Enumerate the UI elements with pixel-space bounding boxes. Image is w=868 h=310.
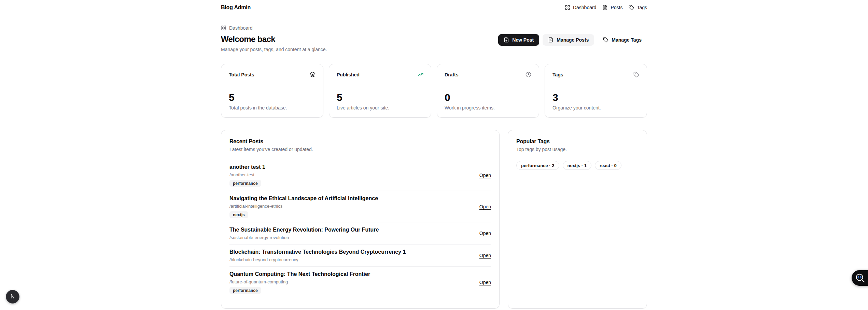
open-post-link[interactable]: Open [479,253,491,258]
layout-grid-icon [565,5,570,10]
nav-dashboard-label: Dashboard [573,5,597,10]
main-grid: Recent Posts Latest items you've created… [221,130,647,309]
hero-section: Dashboard Welcome back Manage your posts… [221,15,647,52]
tag-icon [629,5,634,10]
clock-icon [526,72,531,77]
scan-toolbar-button[interactable] [852,270,868,286]
post-slug: /future-of-quantum-computing [229,279,370,285]
nav-tags[interactable]: Tags [629,5,647,10]
post-title: Blockchain: Transformative Technologies … [229,248,406,256]
tag-icon [633,72,639,77]
post-slug: /another-test [229,172,265,178]
file-text-icon [548,37,554,43]
file-text-icon [602,5,608,10]
post-row: another test 1 /another-test performance… [229,160,491,191]
stat-card-tags: Tags 3 Organize your content. [545,64,647,118]
breadcrumb: Dashboard [221,25,327,31]
popular-tags-subtitle: Top tags by post usage. [516,147,639,152]
tag-count-badge: performance · 2 [516,161,559,170]
avatar-letter: N [11,293,15,300]
top-nav: Dashboard Posts Tags [565,5,647,10]
top-header: Blog Admin Dashboard Posts Tags [0,0,868,15]
nav-posts[interactable]: Posts [602,5,622,10]
recent-posts-panel: Recent Posts Latest items you've created… [221,130,500,309]
page-title: Welcome back [221,34,327,44]
stat-label: Total Posts [229,72,254,77]
popular-tags-list: performance · 2 nextjs · 1 react · 0 [516,161,639,170]
manage-tags-label: Manage Tags [612,37,642,43]
post-slug: /blockchain-beyond-cryptocurrency [229,257,406,263]
post-list: another test 1 /another-test performance… [229,160,491,298]
layers-icon [310,72,316,77]
stat-description: Live articles on your site. [337,105,423,110]
layout-grid-icon [221,25,226,31]
stats-grid: Total Posts 5 Total posts in the databas… [221,64,647,118]
nav-posts-label: Posts [611,5,622,10]
popular-tags-panel: Popular Tags Top tags by post usage. per… [508,130,647,309]
nextjs-devtools-button[interactable]: N [6,290,19,304]
post-row: Navigating the Ethical Landscape of Arti… [229,191,491,222]
new-post-label: New Post [512,37,534,43]
stat-value: 0 [445,92,531,103]
stat-value: 3 [552,92,639,103]
dashboard-page: Dashboard Welcome back Manage your posts… [221,15,647,309]
post-title: another test 1 [229,163,265,171]
stat-card-total-posts: Total Posts 5 Total posts in the databas… [221,64,323,118]
trending-up-icon [418,72,423,77]
tag-count-badge: nextjs · 1 [563,161,591,170]
manage-tags-button[interactable]: Manage Tags [598,34,647,46]
post-row: Quantum Computing: The Next Technologica… [229,267,491,298]
page-subtitle: Manage your posts, tags, and content at … [221,47,327,52]
stat-value: 5 [337,92,423,103]
post-tag-badge: performance [229,180,261,187]
post-tag-badge: nextjs [229,211,248,218]
manage-posts-label: Manage Posts [557,37,589,43]
open-post-link[interactable]: Open [479,204,491,209]
post-slug: /artificial-intelligence-ethics [229,203,378,209]
open-post-link[interactable]: Open [479,280,491,285]
post-title: The Sustainable Energy Revolution: Power… [229,226,379,234]
open-post-link[interactable]: Open [479,173,491,178]
post-row: The Sustainable Energy Revolution: Power… [229,222,491,245]
stat-description: Total posts in the database. [229,105,316,110]
popular-tags-title: Popular Tags [516,138,639,145]
stat-label: Tags [552,72,563,77]
tag-icon [603,37,608,43]
hero-actions: New Post Manage Posts Manage Tags [498,34,647,46]
stat-label: Published [337,72,360,77]
post-title: Quantum Computing: The Next Technologica… [229,270,370,278]
manage-posts-button[interactable]: Manage Posts [543,34,594,46]
post-title: Navigating the Ethical Landscape of Arti… [229,195,378,202]
post-row: Blockchain: Transformative Technologies … [229,245,491,267]
recent-posts-subtitle: Latest items you've created or updated. [229,147,491,152]
stat-description: Organize your content. [552,105,639,110]
stat-description: Work in progress items. [445,105,531,110]
stat-card-drafts: Drafts 0 Work in progress items. [437,64,539,118]
new-post-button[interactable]: New Post [498,34,539,46]
post-tag-badge: performance [229,287,261,294]
search-code-icon [855,273,865,283]
stat-label: Drafts [445,72,458,77]
open-post-link[interactable]: Open [479,231,491,236]
tag-count-badge: react · 0 [595,161,621,170]
app-title: Blog Admin [221,4,251,11]
stat-value: 5 [229,92,316,103]
nav-tags-label: Tags [637,5,647,10]
recent-posts-title: Recent Posts [229,138,491,145]
post-slug: /sustainable-energy-revolution [229,235,379,240]
stat-card-published: Published 5 Live articles on your site. [329,64,431,118]
breadcrumb-label: Dashboard [229,25,253,31]
hero-text: Dashboard Welcome back Manage your posts… [221,25,327,52]
file-plus-icon [504,37,509,43]
nav-dashboard[interactable]: Dashboard [565,5,597,10]
